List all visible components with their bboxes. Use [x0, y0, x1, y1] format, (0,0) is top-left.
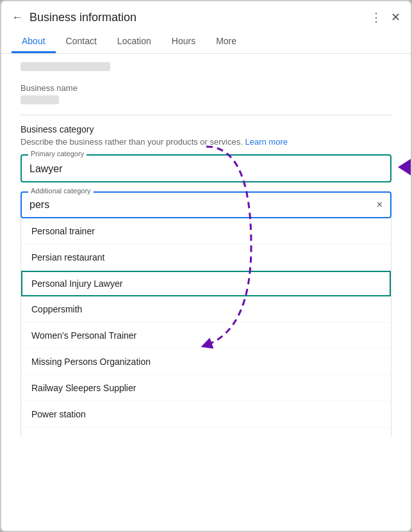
dropdown-list: Personal trainer Persian restaurant Pers…: [21, 218, 391, 436]
tab-about[interactable]: About: [12, 31, 56, 53]
tab-hours[interactable]: Hours: [161, 31, 206, 53]
tab-contact[interactable]: Contact: [56, 31, 107, 53]
dropdown-item-personal-injury-lawyer[interactable]: Personal Injury Lawyer: [21, 271, 391, 296]
business-category-title: Business category: [21, 124, 391, 134]
primary-category-wrapper: Primary category Lawyer: [21, 154, 391, 182]
tab-bar: About Contact Location Hours More: [12, 31, 400, 53]
dropdown-item-persian-restaurant[interactable]: Persian restaurant: [21, 245, 391, 271]
blurred-section: [21, 54, 391, 73]
dropdown-item-womens-personal-trainer[interactable]: Women's Personal Trainer: [21, 323, 391, 349]
dropdown-item-missing-persons[interactable]: Missing Persons Organization: [21, 349, 391, 375]
dropdown-container: Personal trainer Persian restaurant Pers…: [21, 218, 391, 436]
more-options-icon[interactable]: ⋮: [370, 10, 382, 24]
dropdown-item-power-station[interactable]: Power station: [21, 401, 391, 428]
dropdown-item-paper-shop[interactable]: Paper Shop: [21, 428, 391, 436]
business-name-value: [21, 95, 59, 104]
blurred-label: [21, 62, 110, 71]
close-icon[interactable]: ✕: [391, 10, 400, 24]
learn-more-link[interactable]: Learn more: [245, 137, 287, 147]
primary-category-value: Lawyer: [29, 162, 383, 175]
business-category-desc: Describe the business rather than your p…: [21, 137, 391, 147]
dropdown-item-railway-sleepers[interactable]: Railway Sleepers Supplier: [21, 375, 391, 401]
additional-category-input[interactable]: [29, 199, 372, 211]
additional-category-field[interactable]: Additional category ×: [21, 191, 391, 218]
clear-icon[interactable]: ×: [377, 199, 383, 211]
content-area: Business name Business category Describe…: [1, 54, 411, 531]
app-window: ← Business information ⋮ ✕ About Contact…: [0, 0, 412, 532]
back-icon[interactable]: ←: [12, 11, 23, 24]
divider: [21, 115, 391, 115]
primary-category-floating-label: Primary category: [28, 150, 87, 157]
additional-category-floating-label: Additional category: [28, 187, 94, 195]
tab-more[interactable]: More: [206, 31, 247, 53]
primary-arrow-annotation: [398, 156, 411, 181]
dropdown-item-coppersmith[interactable]: Coppersmith: [21, 296, 391, 323]
business-name-label: Business name: [21, 83, 391, 93]
title-bar: ← Business information ⋮ ✕ About Contact…: [1, 1, 411, 54]
tab-location[interactable]: Location: [107, 31, 161, 53]
page-title: Business information: [29, 11, 136, 24]
additional-category-wrapper: Additional category ×: [21, 191, 391, 218]
primary-category-field[interactable]: Primary category Lawyer: [21, 154, 391, 182]
dropdown-item-personal-trainer[interactable]: Personal trainer: [21, 218, 391, 245]
